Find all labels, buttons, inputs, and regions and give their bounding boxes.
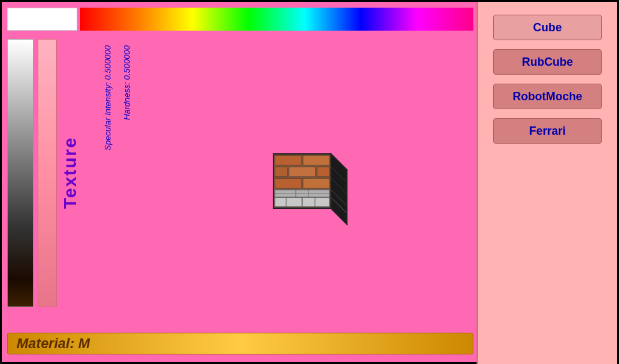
white-color-box [7, 8, 77, 31]
cube-viewport [136, 39, 468, 326]
texture-label: Texture [60, 137, 80, 209]
svg-rect-10 [275, 155, 302, 165]
cube-3d [238, 119, 366, 246]
material-status: Material: M [17, 335, 90, 352]
hardness-label: Hardness: 0.500000 [122, 45, 132, 120]
svg-rect-14 [317, 167, 330, 177]
status-bar: Material: M [7, 333, 473, 354]
right-panel: Cube RubCube RobotMoche Ferrari [477, 2, 617, 364]
cube-button[interactable]: Cube [493, 15, 602, 40]
top-bar [7, 7, 473, 31]
svg-marker-8 [331, 154, 347, 224]
gradient-bar[interactable] [7, 39, 34, 307]
svg-rect-12 [275, 167, 287, 177]
svg-rect-11 [303, 155, 330, 165]
rubcube-button[interactable]: RubCube [493, 49, 602, 75]
pink-bar[interactable] [38, 39, 57, 307]
specular-intensity-label: Specular Intensity: 0.500000 [103, 45, 112, 151]
main-container: Texture Specular Intensity: 0.500000 Har… [0, 0, 619, 364]
svg-rect-15 [275, 178, 302, 188]
svg-rect-16 [303, 178, 330, 188]
rainbow-color-bar[interactable] [80, 8, 473, 31]
svg-rect-13 [289, 167, 316, 177]
left-panel: Texture [7, 39, 96, 326]
texture-label-container: Texture [61, 39, 80, 307]
robotmoche-button[interactable]: RobotMoche [493, 84, 602, 109]
ferrari-button[interactable]: Ferrari [493, 118, 602, 144]
